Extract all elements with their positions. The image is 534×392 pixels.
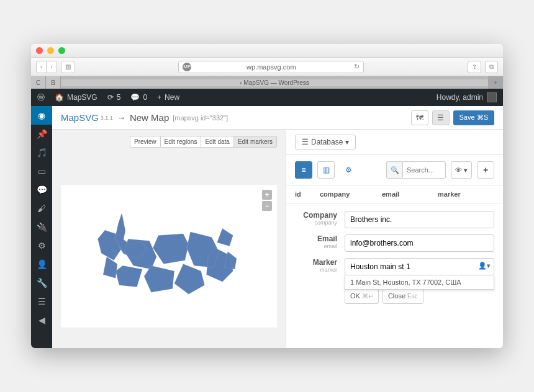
wp-admin-bar: ⓦ 🏠 MapSVG ⟳ 5 💬 0 + New Howdy, admin xyxy=(31,89,503,106)
comments-count: 0 xyxy=(143,93,147,102)
new-tab-button[interactable]: + xyxy=(488,76,503,89)
pin-icon[interactable]: 📌 xyxy=(31,125,52,143)
col-marker: marker xyxy=(438,190,494,198)
us-map-svg[interactable] xyxy=(82,203,256,309)
col-id: id xyxy=(295,190,320,198)
settings-icon[interactable]: ⚙ xyxy=(31,236,52,255)
wp-sidebar: ◉ 📌 🎵 ▭ 💬 🖌 🔌 ⚙ 👤 🔧 ☰ ◀ xyxy=(31,106,52,348)
media-icon[interactable]: 🎵 xyxy=(31,143,52,162)
site-link[interactable]: 🏠 MapSVG xyxy=(55,93,97,102)
close-button[interactable]: Close Esc xyxy=(382,288,423,304)
plugins-icon[interactable]: 🔌 xyxy=(31,218,52,236)
email-sublabel: email xyxy=(295,243,337,249)
tools-icon[interactable]: 🔧 xyxy=(31,274,52,292)
database-tab-label: Database xyxy=(311,138,343,146)
users-icon[interactable]: 👤 xyxy=(31,255,52,274)
search-icon: 🔍 xyxy=(386,161,402,179)
tab-bar: C B ‹ MapSVG — WordPress + xyxy=(31,76,503,89)
edit-regions-button[interactable]: Edit regions xyxy=(161,136,202,148)
back-button[interactable]: ‹ xyxy=(36,61,46,73)
map-title: New Map xyxy=(130,112,169,123)
tab-active[interactable]: ‹ MapSVG — WordPress xyxy=(61,79,488,86)
search-input[interactable] xyxy=(402,161,446,179)
version: 3.1.1 xyxy=(101,115,113,121)
tab-favicon[interactable]: C xyxy=(31,76,46,89)
map-view-button[interactable]: 🗺 xyxy=(411,110,428,125)
settings-gear-icon[interactable]: ⚙ xyxy=(340,161,357,179)
updates-link[interactable]: ⟳ 5 xyxy=(107,93,121,102)
comments-link[interactable]: 💬 0 xyxy=(130,93,147,102)
left-panel: Preview Edit regions Edit data Edit mark… xyxy=(52,130,286,348)
comments-icon[interactable]: 💬 xyxy=(31,180,52,199)
url-bar[interactable]: MP wp.mapsvg.com ↻ xyxy=(178,61,364,73)
edit-mode-buttons: Preview Edit regions Edit data Edit mark… xyxy=(61,136,277,148)
howdy-text[interactable]: Howdy, admin xyxy=(437,93,483,102)
grid-mode-button[interactable]: ▥ xyxy=(317,161,335,179)
preview-button[interactable]: Preview xyxy=(130,136,161,148)
site-name: MapSVG xyxy=(67,93,97,102)
marker-input[interactable] xyxy=(345,258,494,275)
record-form: Company company Email email xyxy=(286,203,503,311)
panels: Preview Edit regions Edit data Edit mark… xyxy=(52,130,503,348)
breadcrumb-arrow: → xyxy=(117,112,126,123)
minimize-window-button[interactable] xyxy=(47,47,54,54)
tab-favicon[interactable]: B xyxy=(46,76,61,89)
edit-data-button[interactable]: Edit data xyxy=(201,136,233,148)
tabs-button[interactable]: ⧉ xyxy=(485,61,498,73)
map-canvas[interactable]: + − xyxy=(61,185,277,327)
maximize-window-button[interactable] xyxy=(58,47,65,54)
close-window-button[interactable] xyxy=(36,47,43,54)
zoom-in-button[interactable]: + xyxy=(262,190,272,200)
site-identity-icon: MP xyxy=(183,63,191,71)
brand[interactable]: MapSVG xyxy=(61,112,99,123)
main-panel: MapSVG 3.1.1 → New Map [mapsvg id="332"]… xyxy=(52,106,503,348)
visibility-button[interactable]: 👁 ▾ xyxy=(451,161,472,179)
marker-sublabel: marker xyxy=(295,267,337,273)
add-record-button[interactable]: + xyxy=(477,161,494,179)
col-email: email xyxy=(382,190,438,198)
forward-button[interactable]: › xyxy=(46,61,57,73)
share-button[interactable]: ⇪ xyxy=(468,61,481,73)
new-label: New xyxy=(165,93,179,102)
page-header: MapSVG 3.1.1 → New Map [mapsvg id="332"]… xyxy=(52,106,503,130)
browser-window: ‹ › ▥ MP wp.mapsvg.com ↻ ⇪ ⧉ C B ‹ MapSV… xyxy=(31,44,503,348)
company-label: Company xyxy=(295,211,337,220)
edit-markers-button[interactable]: Edit markers xyxy=(234,136,277,148)
collapse-icon[interactable]: ◀ xyxy=(31,311,52,329)
marker-label: Marker xyxy=(295,258,337,267)
database-tab[interactable]: ☰ Database ▾ xyxy=(295,135,356,149)
dashboard-menu-icon[interactable]: ◉ xyxy=(31,106,52,125)
right-panel: ☰ Database ▾ ≡ ▥ ⚙ 🔍 👁 ▾ + xyxy=(286,130,503,348)
slider-icon[interactable]: ☰ xyxy=(31,292,52,311)
window-controls xyxy=(36,47,65,54)
company-input[interactable] xyxy=(345,211,494,228)
database-toolbar: ≡ ▥ ⚙ 🔍 👁 ▾ + xyxy=(286,155,503,185)
appearance-icon[interactable]: 🖌 xyxy=(31,199,52,218)
save-button[interactable]: Save ⌘S xyxy=(453,110,494,125)
address-suggestion[interactable]: 1 Main St, Houston, TX 77002, США xyxy=(345,275,494,290)
zoom-out-button[interactable]: − xyxy=(262,201,272,211)
content: ◉ 📌 🎵 ▭ 💬 🖌 🔌 ⚙ 👤 🔧 ☰ ◀ MapSVG 3.1.1 → N… xyxy=(31,106,503,348)
table-header: id company email marker xyxy=(286,185,503,203)
list-view-button[interactable]: ☰ xyxy=(432,110,450,125)
company-sublabel: company xyxy=(295,220,337,226)
database-tab-bar: ☰ Database ▾ xyxy=(286,130,503,155)
titlebar xyxy=(31,44,503,58)
list-mode-button[interactable]: ≡ xyxy=(295,161,312,179)
refresh-icon[interactable]: ↻ xyxy=(354,63,360,71)
wp-logo[interactable]: ⓦ xyxy=(37,92,45,103)
updates-count: 5 xyxy=(117,93,121,102)
new-content-link[interactable]: + New xyxy=(157,93,179,102)
person-icon[interactable]: 👤▾ xyxy=(478,262,491,270)
email-input[interactable] xyxy=(345,234,494,252)
browser-toolbar: ‹ › ▥ MP wp.mapsvg.com ↻ ⇪ ⧉ xyxy=(31,58,503,76)
ok-button[interactable]: OK ⌘↩ xyxy=(345,288,379,304)
sidebar-toggle-button[interactable]: ▥ xyxy=(61,61,75,73)
col-company: company xyxy=(320,190,382,198)
email-label: Email xyxy=(295,234,337,243)
url-text: wp.mapsvg.com xyxy=(247,63,296,71)
pages-icon[interactable]: ▭ xyxy=(31,162,52,180)
avatar[interactable] xyxy=(487,92,497,102)
map-shortcode: [mapsvg id="332"] xyxy=(173,114,228,122)
